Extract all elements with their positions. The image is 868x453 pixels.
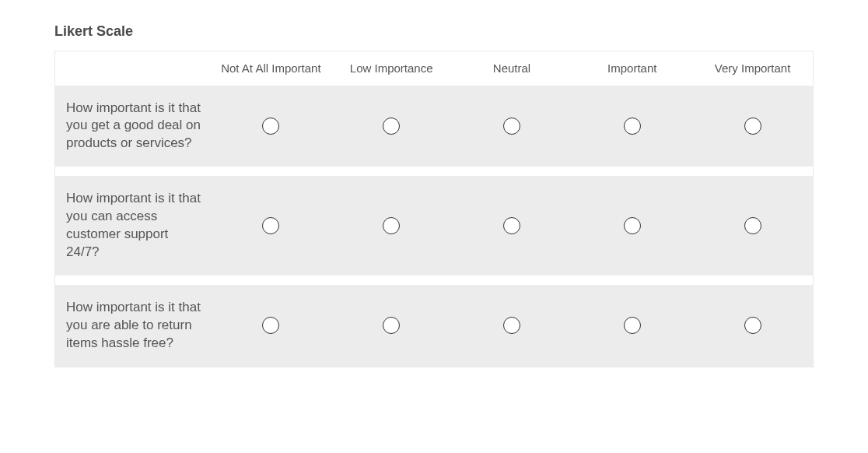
radio-option[interactable] (624, 317, 641, 334)
question-text: How important is it that you can access … (55, 190, 211, 262)
radio-option[interactable] (503, 118, 520, 135)
likert-row: How important is it that you are able to… (55, 285, 813, 367)
radio-option[interactable] (262, 317, 279, 334)
radio-option[interactable] (503, 217, 520, 234)
radio-option[interactable] (624, 217, 641, 234)
radio-option[interactable] (624, 118, 641, 135)
radio-option[interactable] (262, 118, 279, 135)
radio-option[interactable] (383, 317, 400, 334)
radio-option[interactable] (744, 317, 761, 334)
column-header: Important (572, 61, 692, 76)
radio-option[interactable] (262, 217, 279, 234)
radio-option[interactable] (383, 118, 400, 135)
column-header: Neutral (452, 61, 572, 76)
likert-body: How important is it that you get a good … (55, 86, 813, 367)
column-header: Not At All Important (211, 61, 331, 76)
column-header: Very Important (692, 61, 813, 76)
likert-title: Likert Scale (54, 23, 814, 40)
column-header: Low Importance (331, 61, 452, 76)
likert-row: How important is it that you can access … (55, 176, 813, 276)
radio-option[interactable] (744, 217, 761, 234)
likert-table: Not At All Important Low Importance Neut… (54, 51, 814, 367)
radio-option[interactable] (383, 217, 400, 234)
radio-option[interactable] (744, 118, 761, 135)
question-text: How important is it that you get a good … (55, 100, 211, 153)
radio-option[interactable] (503, 317, 520, 334)
likert-header-row: Not At All Important Low Importance Neut… (55, 51, 813, 86)
question-text: How important is it that you are able to… (55, 299, 211, 353)
likert-row: How important is it that you get a good … (55, 86, 813, 167)
